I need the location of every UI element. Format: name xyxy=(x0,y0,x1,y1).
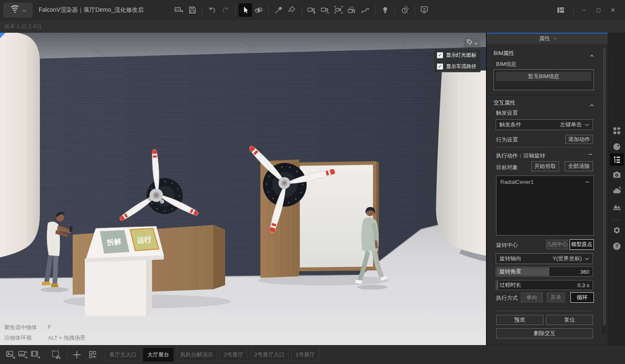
time-of-day-icon[interactable] xyxy=(398,3,412,17)
exhibit-run-label[interactable]: 运行 xyxy=(137,236,152,245)
exec-mode-oneway-button[interactable]: 单向 xyxy=(521,293,543,302)
rotation-axis-value: Y(世界坐标) xyxy=(553,255,582,262)
maximize-button[interactable]: ▢ xyxy=(591,0,606,20)
undo-icon[interactable] xyxy=(205,3,219,17)
export-image-icon[interactable] xyxy=(4,348,17,361)
left-column[interactable] xyxy=(0,33,40,259)
exec-mode-toggle-button[interactable]: 开关 xyxy=(547,293,565,302)
window-title: FalconV渲染器｜展厅Demo_流化修改后 xyxy=(39,0,144,20)
viewport-hints: 聚焦选中物体 F 沿物体环视 ALT + 拖拽场景 xyxy=(4,324,85,342)
layout-toggle-icon[interactable] xyxy=(554,3,567,17)
presentation-icon[interactable] xyxy=(418,3,431,17)
environment-weather-icon[interactable] xyxy=(612,186,622,195)
rotation-angle-field[interactable]: 旋转角度 360 xyxy=(496,267,593,277)
start-pick-button[interactable]: 开始拾取 xyxy=(531,161,559,171)
svg-text:?: ? xyxy=(615,244,618,249)
chevron-down-icon xyxy=(585,123,589,126)
duration-value: 0.3 s xyxy=(578,282,589,288)
save-icon[interactable] xyxy=(186,3,199,17)
target-name: RadialCener1 xyxy=(500,179,534,185)
delete-interaction-button[interactable]: 删除交互 xyxy=(496,328,593,338)
rotation-center-geometric-button[interactable]: 几何中心 xyxy=(546,240,568,249)
widgets-icon[interactable] xyxy=(612,126,622,136)
view-button-hall-1[interactable]: 1号展厅 xyxy=(291,348,319,361)
add-view-icon[interactable] xyxy=(71,348,83,361)
collapse-action-icon[interactable]: − xyxy=(588,152,592,157)
terrain-icon[interactable] xyxy=(612,202,622,211)
camera-frame-icon[interactable] xyxy=(332,3,345,17)
view-button-hall-main-entrance[interactable]: 展厅主入口 xyxy=(105,348,141,361)
duration-field[interactable]: 过程时长 0.3 s xyxy=(496,280,593,290)
exhibit-control-stand[interactable]: 拆解 运行 xyxy=(85,226,164,316)
collapse-chevron-icon[interactable] xyxy=(589,52,594,59)
view-button-lobby-stage[interactable]: 大厅展台 xyxy=(143,348,173,361)
rotation-axis-dropdown[interactable]: 旋转轴向 Y(世界坐标) xyxy=(496,253,593,264)
bim-empty-message: 暂无BIM信息 xyxy=(496,72,591,81)
tag-visibility-button[interactable] xyxy=(464,38,481,47)
camera-add-icon[interactable] xyxy=(305,3,318,17)
material-sphere-icon[interactable] xyxy=(612,142,622,152)
rotation-center-label: 旋转中心 xyxy=(496,241,518,249)
preview-button[interactable]: 预览 xyxy=(496,315,544,325)
add-action-button[interactable]: 添加动作 xyxy=(565,135,593,144)
light-tool-icon[interactable] xyxy=(378,3,392,17)
viewport-3d[interactable]: 拆解 运行 xyxy=(0,33,486,345)
export-exe-icon[interactable]: EXE xyxy=(172,3,186,17)
svg-text:AI: AI xyxy=(25,351,28,354)
menu-item-show-traffic-paths[interactable]: ✓ 显示车流路径 xyxy=(434,61,481,72)
right-column[interactable] xyxy=(436,71,486,256)
view-button-hall-2-entrance[interactable]: 2号展厅入口 xyxy=(250,348,289,361)
reset-button[interactable]: 复位 xyxy=(546,315,593,325)
chevron-down-icon xyxy=(474,39,478,47)
redo-icon[interactable] xyxy=(219,3,232,17)
tab-close-icon[interactable]: × xyxy=(553,36,556,42)
menu-item-show-light-icons[interactable]: ✓ 显示灯光图标 xyxy=(434,50,481,61)
exhibit-disassemble-label[interactable]: 拆解 xyxy=(106,238,122,247)
trigger-condition-dropdown[interactable]: 触发条件 左键单击 xyxy=(496,119,593,130)
tab-properties[interactable]: 属性 × xyxy=(487,33,609,44)
orbit-tool-icon[interactable] xyxy=(252,3,265,17)
app-menu-button[interactable] xyxy=(3,3,33,18)
layout-add-icon[interactable] xyxy=(87,348,99,361)
toolbar-divider xyxy=(202,5,202,16)
exec-mode-loop-button[interactable]: 循环 xyxy=(570,292,594,303)
help-icon[interactable]: ? xyxy=(612,241,622,251)
trigger-group-label: 触发设置 xyxy=(496,109,518,117)
duration-drag-fill xyxy=(496,281,498,289)
rotation-angle-value: 360 xyxy=(580,269,589,275)
scrollbar-thumb[interactable] xyxy=(603,47,606,326)
checkbox-checked-icon[interactable]: ✓ xyxy=(437,52,443,58)
hint-orbit-object: 沿物体环视 ALT + 拖拽场景 xyxy=(4,334,85,342)
main-toolbar: EXE xyxy=(172,0,431,20)
rotation-center-origin-button[interactable]: 模型原点 xyxy=(570,239,594,250)
view-button-hall-2[interactable]: 2号展厅 xyxy=(220,348,247,361)
panel-scrollbar[interactable] xyxy=(602,45,607,334)
eyedropper-tool-icon[interactable] xyxy=(272,3,285,17)
divider xyxy=(496,147,593,147)
minimize-button[interactable]: − xyxy=(577,0,591,20)
settings-nut-icon[interactable] xyxy=(612,226,622,236)
export-image-ai-icon[interactable]: AI xyxy=(17,348,29,361)
version-bar: 版本 1.11.1.411 xyxy=(0,20,625,33)
duration-label: 过程时长 xyxy=(499,281,521,289)
scene-tree-icon[interactable] xyxy=(610,153,624,166)
path-tool-icon[interactable] xyxy=(359,3,372,17)
paint-tool-icon[interactable] xyxy=(285,3,299,17)
remove-target-icon[interactable]: − xyxy=(586,180,589,185)
crop-screenshot-icon[interactable] xyxy=(50,348,63,361)
clear-all-button[interactable]: 全部清除 xyxy=(565,161,593,171)
camera-icon[interactable] xyxy=(612,170,622,180)
chevron-down-icon xyxy=(585,257,589,260)
view-button-turbine-demo[interactable]: 风机分解演示 xyxy=(176,348,217,361)
rotation-angle-label: 旋转角度 xyxy=(499,268,521,275)
window-controls: − ▢ ✕ xyxy=(554,0,620,20)
checkbox-checked-icon[interactable]: ✓ xyxy=(437,63,443,70)
collapse-chevron-icon[interactable] xyxy=(589,101,594,109)
target-list-item[interactable]: RadialCener1 − xyxy=(496,176,593,185)
close-button[interactable]: ✕ xyxy=(606,0,620,20)
select-tool-icon[interactable] xyxy=(239,3,252,17)
camera-group-icon[interactable] xyxy=(345,3,359,17)
toolbar-divider xyxy=(302,5,302,16)
export-video-icon[interactable] xyxy=(29,348,42,361)
camera-remove-icon[interactable] xyxy=(318,3,332,17)
